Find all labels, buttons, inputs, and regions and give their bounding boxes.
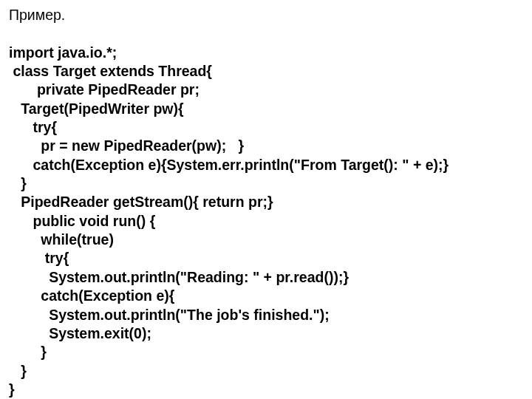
code-block: import java.io.*; class Target extends T… (9, 24, 523, 399)
code-line: PipedReader getStream(){ return pr;} (9, 194, 273, 210)
code-line: System.out.println("The job's finished."… (9, 307, 330, 323)
code-line: public void run() { (9, 213, 155, 229)
code-line: class Target extends Thread{ (9, 63, 212, 79)
code-line: private PipedReader pr; (9, 81, 200, 98)
code-line: catch(Exception e){ (9, 287, 174, 304)
code-line: import java.io.*; (9, 44, 117, 61)
code-line: Target(PipedWriter pw){ (9, 100, 184, 117)
code-line: catch(Exception e){System.err.println("F… (9, 157, 449, 173)
code-line: pr = new PipedReader(pw); } (9, 137, 244, 154)
code-line: System.exit(0); (9, 325, 151, 341)
code-line: } (9, 381, 15, 398)
code-line: } (9, 363, 27, 379)
code-line: try{ (9, 119, 57, 135)
code-line: while(true) (9, 231, 114, 248)
code-line: } (9, 175, 27, 191)
code-line: System.out.println("Reading: " + pr.read… (9, 269, 349, 285)
code-line: try{ (9, 250, 69, 266)
example-heading: Пример. (9, 6, 523, 24)
code-line: } (9, 344, 47, 360)
